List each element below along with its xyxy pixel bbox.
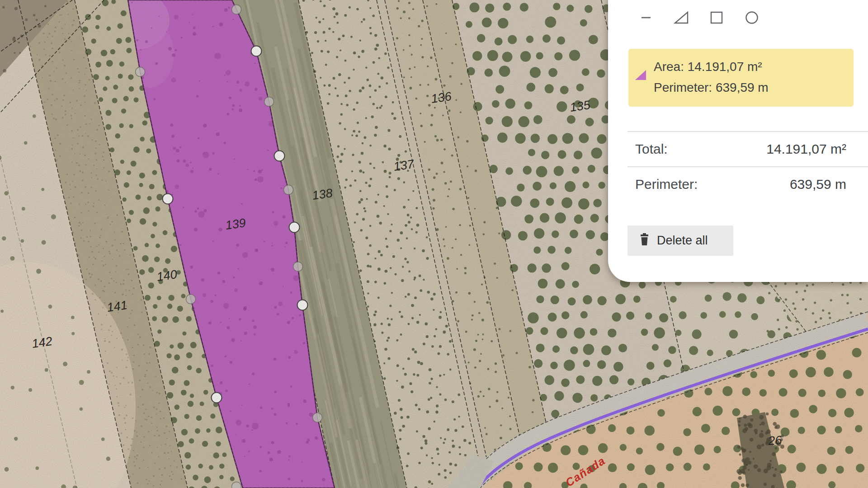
area-triangle-icon (635, 70, 646, 82)
minimize-icon (641, 11, 651, 24)
area-tool-button[interactable] (674, 11, 689, 24)
tooltip-area-text: Area: 14.191,07 m² (654, 56, 769, 77)
trash-icon (640, 233, 649, 249)
measurement-tooltip: Area: 14.191,07 m² Perimeter: 639,59 m (628, 49, 854, 107)
perimeter-value: 639,59 m (790, 177, 846, 192)
minimize-button[interactable] (638, 11, 654, 24)
rectangle-tool-button[interactable] (709, 11, 724, 24)
area-measure-icon (674, 11, 689, 24)
delete-all-button[interactable]: Delete all (627, 225, 733, 256)
measure-panel: Area: 14.191,07 m² Perimeter: 639,59 m T… (608, 0, 868, 282)
total-label: Total: (635, 141, 668, 157)
circle-tool-button[interactable] (744, 11, 760, 24)
delete-all-label: Delete all (657, 234, 708, 248)
total-row: Total: 14.191,07 m² (627, 131, 868, 166)
map-application: 13513613713813914014114226Cañada (0, 0, 868, 488)
measure-toolbar (638, 11, 760, 24)
circle-measure-icon (745, 11, 759, 24)
rectangle-measure-icon (710, 11, 723, 24)
totals-table: Total: 14.191,07 m² Perimeter: 639,59 m (627, 131, 868, 202)
perimeter-label: Perimeter: (635, 177, 698, 192)
perimeter-row: Perimeter: 639,59 m (627, 166, 868, 202)
total-value: 14.191,07 m² (766, 141, 846, 157)
tooltip-perimeter-text: Perimeter: 639,59 m (654, 77, 769, 98)
